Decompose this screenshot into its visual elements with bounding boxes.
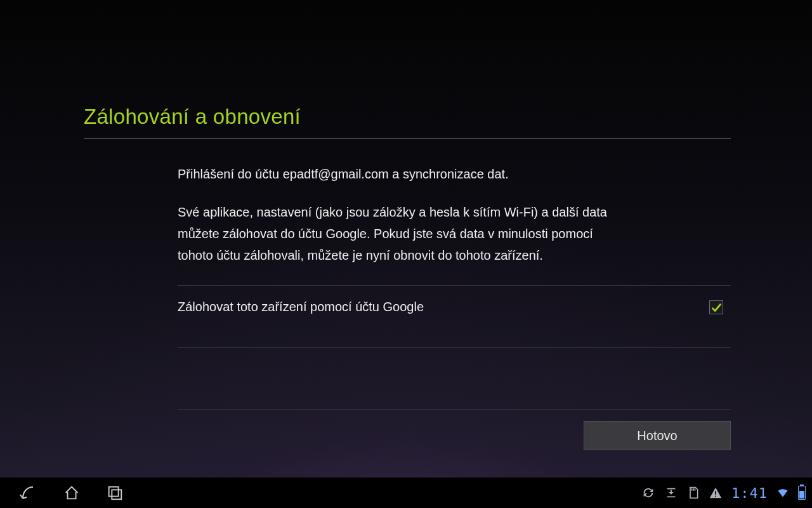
svg-rect-0	[109, 487, 119, 497]
settings-page: Zálohování a obnovení Přihlášení do účtu…	[84, 105, 731, 450]
download-icon	[664, 486, 678, 500]
wifi-icon	[776, 486, 789, 499]
nav-buttons	[6, 483, 124, 502]
done-button[interactable]: Hotovo	[584, 421, 731, 450]
backup-checkbox-label: Zálohovat toto zařízení pomocí účtu Goog…	[178, 300, 424, 314]
svg-rect-3	[715, 496, 716, 497]
backup-checkbox[interactable]	[709, 300, 723, 314]
signin-status-text: Přihlášení do účtu epadtf@gmail.com a sy…	[178, 164, 731, 184]
sync-icon	[641, 486, 655, 500]
recent-apps-button[interactable]	[105, 483, 124, 502]
recent-apps-icon	[106, 484, 124, 502]
title-divider	[84, 138, 731, 139]
status-tray[interactable]: 1:41	[641, 485, 806, 501]
svg-rect-1	[112, 490, 121, 499]
back-icon	[19, 483, 38, 502]
system-bar: 1:41	[0, 478, 812, 508]
divider	[178, 409, 731, 410]
home-icon	[63, 484, 81, 502]
backup-checkbox-row[interactable]: Zálohovat toto zařízení pomocí účtu Goog…	[178, 286, 731, 328]
action-row: Hotovo	[178, 421, 731, 450]
svg-rect-2	[715, 491, 716, 495]
clock: 1:41	[731, 485, 768, 501]
warning-icon	[709, 486, 723, 500]
battery-icon	[798, 486, 806, 500]
sd-card-icon	[687, 486, 700, 500]
divider	[178, 347, 731, 348]
back-button[interactable]	[19, 483, 38, 502]
page-title: Zálohování a obnovení	[84, 105, 731, 129]
content-area: Přihlášení do účtu epadtf@gmail.com a sy…	[178, 164, 731, 450]
backup-description-text: Své aplikace, nastavení (jako jsou zálož…	[178, 201, 622, 266]
home-button[interactable]	[62, 483, 81, 502]
checkmark-icon	[710, 302, 722, 313]
